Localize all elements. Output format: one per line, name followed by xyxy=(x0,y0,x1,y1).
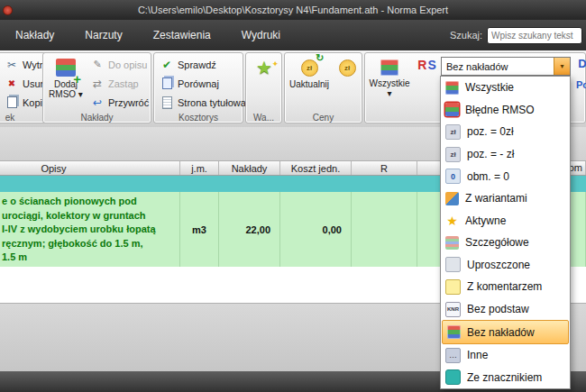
rms-letters-icon xyxy=(417,60,436,70)
variants-icon xyxy=(445,192,459,205)
zl-coin-icon xyxy=(339,59,356,77)
column-header-partial: om xyxy=(569,162,582,173)
add-rmso-button[interactable]: Dodaj RMSO ▾ xyxy=(46,56,86,99)
rmso-grid-plus-icon xyxy=(56,59,76,77)
undo-icon xyxy=(91,96,104,109)
rms-error-icon xyxy=(445,103,459,116)
window-title: C:\Users\emilo\Desktop\Kosztorysy N4\Fun… xyxy=(138,5,448,15)
ribbon-group-naklady: Dodaj RMSO ▾ Do opisu Zastąp Przywróć Na… xyxy=(42,52,151,123)
rms-grid-icon xyxy=(380,59,398,76)
unit-prices-button[interactable] xyxy=(335,57,359,79)
filter-option-aktywne[interactable]: Aktywne xyxy=(441,209,570,232)
chevron-down-icon[interactable] xyxy=(554,58,570,75)
swap-icon xyxy=(91,77,104,90)
marker-flag-icon xyxy=(445,369,461,385)
ribbon-group-clipboard: Wytnij Usuń Kopiuj ek xyxy=(0,52,47,123)
price-dash-icon xyxy=(445,147,461,162)
detailed-view-icon xyxy=(445,236,459,250)
group-label-kosztorys: Kosztorys xyxy=(154,113,243,123)
delete-x-icon xyxy=(5,78,18,88)
group-label-naklady: Nakłady xyxy=(43,113,151,123)
group-label-clipboard: ek xyxy=(0,113,46,123)
ribbon-group-warianty: Wa... xyxy=(245,52,282,123)
column-header-r[interactable]: R xyxy=(352,161,417,175)
filter-option-bez-nakladow[interactable]: Bez nakładów xyxy=(442,320,569,344)
comment-icon xyxy=(445,279,461,295)
knr-basis-icon xyxy=(445,302,461,317)
column-header-naklady[interactable]: Nakłady xyxy=(219,161,280,175)
group-label-warianty: Wa... xyxy=(246,113,281,123)
norma-expert-window: C:\Users\emilo\Desktop\Kosztorysy N4\Fun… xyxy=(0,0,586,392)
simplified-view-icon xyxy=(445,257,461,272)
tab-zestawienia[interactable]: Zestawienia xyxy=(138,20,226,50)
scissors-icon xyxy=(5,59,18,71)
view-filter-combobox[interactable]: Bez nakładów xyxy=(441,57,571,76)
checkmark-icon xyxy=(160,59,173,71)
page-icon xyxy=(160,96,173,109)
group-label-ceny: Ceny xyxy=(285,113,362,123)
titlebar: C:\Users\emilo\Desktop\Kosztorysy N4\Fun… xyxy=(0,0,586,20)
column-header-koszt-jedn[interactable]: Koszt jedn. xyxy=(280,161,352,175)
variants-button[interactable] xyxy=(252,59,276,77)
rms-grid-icon xyxy=(445,81,459,95)
filter-option-szczegolowe[interactable]: Szczegółowe xyxy=(441,232,570,254)
tab-narzuty[interactable]: Narzuty xyxy=(69,20,137,50)
filter-option-z-wariantami[interactable]: Z wariantami xyxy=(441,187,570,210)
measure-zero-icon xyxy=(445,169,461,184)
compare-pages-icon xyxy=(160,77,173,89)
column-header-opisy[interactable]: Opisy xyxy=(0,161,180,175)
replace-button[interactable]: Zastąp xyxy=(88,74,151,93)
rms-filter-button[interactable] xyxy=(416,60,439,70)
filter-option-ze-znacznikiem[interactable]: Ze znacznikiem xyxy=(441,367,570,389)
position-unit: m3 xyxy=(180,192,219,267)
filter-dropdown-menu: Wszystkie Błędne RMSO poz. = 0zł poz. = … xyxy=(440,76,571,389)
search-input[interactable] xyxy=(487,27,582,44)
filter-option-bledne-rmso[interactable]: Błędne RMSO xyxy=(441,99,570,122)
positions-view-button[interactable]: Po xyxy=(573,80,586,90)
search-label: Szukaj: xyxy=(450,30,482,41)
green-star-icon xyxy=(256,59,272,77)
position-description: e o ścianach pionowych pod urociągi, kol… xyxy=(0,192,180,267)
rms-grid-icon xyxy=(447,325,461,339)
tab-wydruki[interactable]: Wydruki xyxy=(226,20,296,50)
check-estimate-button[interactable]: Sprawdź xyxy=(158,55,249,74)
filter-option-bez-podstaw[interactable]: Bez podstaw xyxy=(441,298,570,321)
star-icon xyxy=(445,214,459,227)
filter-option-obm-0[interactable]: obm. = 0 xyxy=(441,165,570,187)
to-description-button[interactable]: Do opisu xyxy=(88,55,151,74)
show-all-button[interactable]: Wszystkie ▾ xyxy=(369,57,410,98)
copy-icon xyxy=(5,96,18,108)
restore-button[interactable]: Przywróć xyxy=(88,93,151,112)
document-view-button[interactable]: D xyxy=(575,59,586,68)
update-prices-button[interactable]: Uaktualnij xyxy=(287,57,332,89)
filter-option-poz-dash-zl[interactable]: poz. = - zł xyxy=(441,143,570,166)
pencil-icon xyxy=(91,59,104,70)
ribbon-group-ceny: Uaktualnij Ceny xyxy=(284,52,362,123)
price-zero-icon xyxy=(445,124,461,140)
position-r-cell xyxy=(352,192,417,267)
position-koszt-jedn-value: 0,00 xyxy=(280,192,352,267)
close-icon[interactable] xyxy=(3,5,13,15)
compare-button[interactable]: Porównaj xyxy=(158,74,249,93)
filter-option-inne[interactable]: Inne xyxy=(441,344,570,367)
ribbon-group-kosztorys: Sprawdź Porównaj Strona tytułowa Kosztor… xyxy=(153,52,243,123)
tab-naklady[interactable]: Nakłady xyxy=(0,20,69,50)
filter-option-z-komentarzem[interactable]: Z komentarzem xyxy=(441,276,570,298)
filter-option-poz-0zl[interactable]: poz. = 0zł xyxy=(441,121,570,143)
filter-option-uproszczone[interactable]: Uproszczone xyxy=(441,254,570,277)
view-filter-value: Bez nakładów xyxy=(442,61,554,72)
column-header-jm[interactable]: j.m. xyxy=(180,161,219,175)
filter-option-wszystkie[interactable]: Wszystkie xyxy=(441,77,570,99)
position-naklady-value: 22,00 xyxy=(219,192,280,267)
zl-coin-refresh-icon xyxy=(301,59,318,77)
title-page-button[interactable]: Strona tytułowa xyxy=(158,93,249,112)
other-icon xyxy=(445,348,461,363)
menubar: Nakłady Narzuty Zestawienia Wydruki Szuk… xyxy=(0,20,586,50)
